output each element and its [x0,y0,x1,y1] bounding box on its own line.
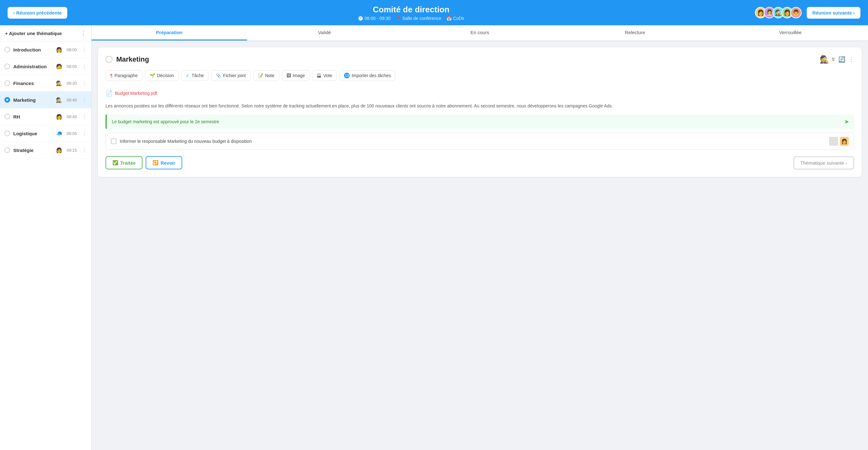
task-right: 👩 [829,137,849,146]
vote-icon: 🗳 [317,73,321,78]
revoir-icon: 🔁 [153,160,159,166]
sidebar-item-label: Stratégie [13,148,52,153]
item-time: 08:40 [67,98,79,102]
pdf-icon: 📄 [105,90,113,97]
sidebar-item-label: RH [13,114,52,119]
item-avatar: 🧢 [55,129,63,138]
import-icon: 13 [344,73,350,78]
tab-valide[interactable]: Validé [247,25,402,40]
sidebar-item-finances[interactable]: Finances 🕵️ 08:30 ⋮ [0,75,91,92]
calendar-icon: 📅 [446,16,452,21]
item-radio [4,97,10,103]
tache-button[interactable]: ✓ Tâche [181,70,209,81]
header: ‹ Réunion précédente Comité de direction… [0,0,868,25]
file-name: Budget Marketing.pdf [115,91,157,96]
sidebar-item-administration[interactable]: Administration 🧑 08:05 ⋮ [0,58,91,75]
sidebar-items-list: Introduction 👩 08:00 ⋮ Administration 🧑 … [0,41,91,450]
sidebar-more-icon[interactable]: ⋮ [81,30,86,37]
tab-en-cours[interactable]: En cours [402,25,558,40]
item-avatar: 👩 [55,146,63,154]
topic-card-header: Marketing 🕵️ 5' 🔄 ⋮ [105,55,854,64]
item-more-icon[interactable]: ⋮ [82,147,87,153]
prev-meeting-button[interactable]: ‹ Réunion précédente [7,7,67,19]
image-button[interactable]: 🖼 Image [282,70,310,81]
meeting-meta: 🕐 08:00 - 09:30 📍 Salle de conférence 📅 … [358,16,464,21]
item-more-icon[interactable]: ⋮ [82,63,87,69]
sidebar-item-label: Introduction [13,47,52,53]
item-radio [4,147,10,153]
task-assignee-placeholder[interactable] [829,137,838,146]
item-more-icon[interactable]: ⋮ [82,130,87,137]
traitee-icon: ✅ [113,160,119,166]
participants-avatars: 👩 👩‍💼 🕵️ 👩 👨 [755,7,802,18]
tab-verrouilee[interactable]: Verrouillée [713,25,868,40]
item-more-icon[interactable]: ⋮ [82,97,87,103]
sidebar-item-logistique[interactable]: Logistique 🧢 08:55 ⋮ [0,125,91,142]
task-assignee-avatar[interactable]: 👩 [840,137,849,146]
sidebar-item-rh[interactable]: RH 👩 08:45 ⋮ [0,109,91,125]
item-avatar: 🕵️ [55,79,63,88]
refresh-icon[interactable]: 🔄 [838,56,845,63]
item-time: 08:05 [67,64,79,69]
decision-block: Le budget marketing est approuvé pour le… [105,114,854,129]
item-avatar: 🧑 [55,62,63,71]
item-more-icon[interactable]: ⋮ [82,114,87,120]
status-tabs: Préparation Validé En cours Relecture Ve… [92,25,868,41]
image-icon: 🖼 [286,73,291,78]
sidebar-item-label: Marketing [13,97,52,103]
tache-icon: ✓ [186,73,189,78]
meeting-group: 📅 CoDir [446,16,464,21]
meeting-title: Comité de direction [358,5,464,14]
decision-icon: 🌱 [150,73,155,78]
topic-card: Marketing 🕵️ 5' 🔄 ⋮ ¶ Para [98,48,862,177]
content-area: Préparation Validé En cours Relecture Ve… [92,25,868,450]
item-time: 08:30 [67,81,79,86]
next-topic-button[interactable]: Thématique suivante › [794,156,854,169]
file-attachment[interactable]: 📄 Budget Marketing.pdf [105,87,854,99]
decision-button[interactable]: 🌱 Décision [145,70,179,81]
item-radio [4,63,10,69]
vote-button[interactable]: 🗳 Vote [312,70,337,81]
sidebar-item-marketing[interactable]: Marketing 🕵️ 08:40 ⋮ [0,92,91,109]
revoir-button[interactable]: 🔁 Revoir [146,156,182,169]
topic-duration: 5' [832,57,835,62]
fichier-icon: 📎 [216,73,221,78]
sidebar-header: + Ajouter une thématique ⋮ [0,25,91,41]
tab-relecture[interactable]: Relecture [558,25,713,40]
fichier-joint-button[interactable]: 📎 Fichier joint [211,70,250,81]
location-icon: 📍 [396,16,401,21]
item-radio [4,114,10,119]
traitee-button[interactable]: ✅ Traitée [105,156,143,169]
item-avatar: 👩 [55,112,63,121]
item-radio [4,47,10,53]
task-block: Informer le responsable Marketing du nou… [105,133,854,150]
avatar: 👨 [790,7,802,18]
tab-preparation[interactable]: Préparation [92,25,247,40]
item-avatar: 👩 [55,45,63,54]
note-button[interactable]: 📝 Note [253,70,279,81]
next-meeting-button[interactable]: Réunion suivante › [807,7,861,19]
sidebar-item-introduction[interactable]: Introduction 👩 08:00 ⋮ [0,41,91,58]
paragraphe-button[interactable]: ¶ Paragraphe [105,70,143,81]
topic-more-icon[interactable]: ⋮ [848,56,854,63]
meeting-time: 🕐 08:00 - 09:30 [358,16,391,21]
item-radio [4,80,10,86]
topic-checkbox[interactable] [105,56,113,63]
item-time: 09:15 [67,148,79,153]
import-taches-button[interactable]: 13 Importer des tâches [339,70,396,81]
topic-description: Les annonces postées sur les différents … [105,102,854,109]
topic-title: Marketing [116,55,149,63]
note-icon: 📝 [258,73,263,78]
item-more-icon[interactable]: ⋮ [82,80,87,86]
main-layout: + Ajouter une thématique ⋮ Introduction … [0,25,868,450]
toolbar: ¶ Paragraphe 🌱 Décision ✓ Tâche 📎 Fichie… [105,70,854,81]
task-checkbox[interactable] [111,139,117,144]
decision-text: Le budget marketing est approuvé pour le… [112,119,219,124]
sidebar-item-strategie[interactable]: Stratégie 👩 09:15 ⋮ [0,142,91,159]
item-more-icon[interactable]: ⋮ [82,47,87,53]
add-topic-button[interactable]: + Ajouter une thématique [5,31,62,36]
sidebar-item-label: Finances [13,81,52,86]
content-scroll: Marketing 🕵️ 5' 🔄 ⋮ ¶ Para [92,41,868,450]
sidebar-item-label: Administration [13,64,52,69]
topic-header-right: 🕵️ 5' 🔄 ⋮ [820,55,854,64]
